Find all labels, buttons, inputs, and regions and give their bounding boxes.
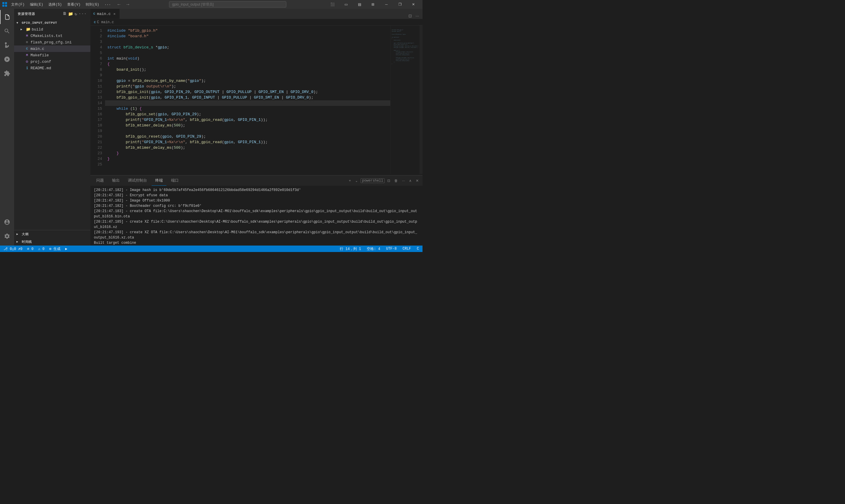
sidebar-title: 资源管理器 🗎 📁 ↻ ··· [14,9,90,19]
panel: 问题 输出 调试控制台 终端 端口 + ⌄ powershell ⊡ 🗑 ···… [90,175,422,246]
code-line-21: printf("GPIO_PIN_1=%x\r\n", bflb_gpio_re… [105,139,390,145]
terminal-content[interactable]: [20:21:47.182] - Image hash is b'69de5b7… [90,186,422,246]
statusbar-errors[interactable]: ⊘ 0 [26,246,35,252]
menu-more[interactable]: ... [102,1,113,7]
sidebar-item-flash-cfg[interactable]: ≡ flash_prog_cfg.ini [14,39,90,46]
code-line-20: bflb_gpio_reset(gpio, GPIO_PIN_29); [105,134,390,139]
window-split-button[interactable]: ▤ [353,0,366,9]
panel-tab-problems[interactable]: 问题 [93,176,107,186]
svg-rect-1 [5,2,7,4]
activity-search[interactable] [0,24,14,38]
panel-split-button[interactable]: ⊡ [386,178,392,183]
readme-icon: ℹ [25,66,29,70]
panel-chevron-button[interactable]: ⌄ [354,178,359,183]
breadcrumb-c-icon: C [94,20,96,24]
statusbar-warnings[interactable]: ⚠ 0 [37,246,46,252]
statusbar-run[interactable]: ▶ [64,246,68,252]
statusbar-right: 行 14，列 1 空格: 4 UTF-8 CRLF C [339,246,420,252]
window-minimize-button[interactable]: ─ [380,0,393,9]
panel-chevron-up-button[interactable]: ∧ [408,178,413,183]
new-folder-icon[interactable]: 📁 [68,12,73,16]
terminal-line: [20:21:47.182] - Encrypt efuse data [94,193,419,198]
minimap-content: #include "bflb_gpio.h" #include "board.h… [391,25,419,68]
minimap: #include "bflb_gpio.h" #include "board.h… [390,25,419,174]
conf-file-icon: ⚙ [25,59,29,64]
panel-tab-ports[interactable]: 端口 [167,176,182,186]
tree-root[interactable]: ▼ GPIO_INPUT_OUTPUT [14,20,90,26]
window-layout-button[interactable]: ⬛ [326,0,339,9]
panel-more-button[interactable]: ··· [400,178,406,183]
code-editor[interactable]: 1234567891011121314151617181920212223242… [90,25,422,174]
sidebar-item-cmakelists[interactable]: M CMakeLists.txt [14,33,90,39]
editor-area: C main.c ✕ ⊡ ··· C C main.c 123456789101… [90,9,422,246]
window-layout2-button[interactable]: ▭ [339,0,353,9]
refresh-icon[interactable]: ↻ [74,12,77,16]
window-close-button[interactable]: ✕ [407,0,420,9]
panel-tab-debug-console[interactable]: 调试控制台 [124,176,150,186]
editor-scrollbar[interactable] [419,25,422,174]
sidebar-timeline[interactable]: ▶ 时间线 [14,238,90,246]
sidebar-item-proj-conf[interactable]: ⚙ proj.conf [14,58,90,65]
new-file-icon[interactable]: 🗎 [62,12,67,16]
statusbar-spaces[interactable]: 空格: 4 [365,246,381,252]
sidebar-outline[interactable]: ▶ 大纲 [14,230,90,238]
main-layout: 资源管理器 🗎 📁 ↻ ··· ▼ GPIO_INPUT_OUTPUT ▶ 📁 … [0,9,422,246]
powershell-label[interactable]: powershell [361,178,385,183]
code-line-14 [105,100,390,106]
terminal-line: Built target combine [94,240,419,246]
nav-forward-button[interactable]: → [124,1,132,7]
breadcrumb: C C main.c [90,19,422,25]
collapse-icon[interactable]: ··· [79,12,87,16]
sidebar-title-icons: 🗎 📁 ↻ ··· [62,12,87,16]
more-actions-button[interactable]: ··· [414,13,420,19]
statusbar-build[interactable]: ⚙ 生成 [48,246,61,252]
statusbar-position[interactable]: 行 14，列 1 [339,246,362,252]
activity-run-debug[interactable] [0,52,14,66]
sidebar-item-main-c[interactable]: C main.c [14,46,90,52]
makefile-icon: M [25,53,29,57]
tab-close-button[interactable]: ✕ [112,12,116,16]
menu-bar: 文件(F) 编辑(E) 选择(S) 查看(V) 转到(G) ... [9,1,113,7]
activity-settings[interactable] [0,229,14,243]
sidebar-item-makefile[interactable]: M Makefile [14,52,90,58]
sidebar-item-build[interactable]: ▶ 📁 build [14,26,90,33]
panel-close-button[interactable]: ✕ [414,178,420,183]
code-line-8: board_init(); [105,67,390,72]
tab-main-c[interactable]: C main.c ✕ [90,9,120,19]
code-line-16: bflb_gpio_set(gpio, GPIO_PIN_29); [105,111,390,117]
code-line-13: bflb_gpio_init(gpio, GPIO_PIN_1, GPIO_IN… [105,95,390,100]
nav-back-button[interactable]: ← [115,1,123,7]
panel-tab-actions: + ⌄ powershell ⊡ 🗑 ··· ∧ ✕ [347,178,420,183]
activity-extensions[interactable] [0,66,14,80]
tab-actions: ⊡ ··· [405,13,422,19]
main-c-label: main.c [31,47,44,51]
window-restore-button[interactable]: ❐ [393,0,407,9]
activity-explorer[interactable] [0,10,14,24]
timeline-arrow: ▶ [16,240,20,244]
activity-account[interactable] [0,215,14,229]
menu-edit[interactable]: 编辑(E) [28,1,46,7]
menu-goto[interactable]: 转到(G) [83,1,102,7]
search-bar[interactable] [169,1,286,7]
panel-add-button[interactable]: + [347,178,353,183]
menu-select[interactable]: 选择(S) [46,1,64,7]
panel-tab-terminal[interactable]: 终端 [152,176,166,186]
sidebar-bottom: ▶ 大纲 ▶ 时间线 [14,230,90,246]
statusbar-language[interactable]: C [416,246,420,252]
search-input[interactable] [169,1,286,7]
statusbar-encoding[interactable]: UTF-8 [385,246,398,252]
activity-source-control[interactable] [0,38,14,52]
code-line-9 [105,72,390,78]
sidebar-item-readme[interactable]: ℹ README.md [14,65,90,71]
menu-file[interactable]: 文件(F) [9,1,27,7]
menu-view[interactable]: 查看(V) [65,1,83,7]
statusbar-source-control[interactable]: ⎇ 0△0 ✗0 [2,246,23,252]
window-grid-button[interactable]: ⊞ [366,0,380,9]
code-content[interactable]: #include "bflb_gpio.h"#include "board.h"… [105,25,390,174]
statusbar-line-ending[interactable]: CRLF [401,246,412,252]
split-editor-button[interactable]: ⊡ [407,13,413,19]
tab-file-icon: C [93,12,95,16]
panel-tab-output[interactable]: 输出 [109,176,123,186]
panel-trash-button[interactable]: 🗑 [393,178,399,183]
tab-label: main.c [97,12,111,16]
